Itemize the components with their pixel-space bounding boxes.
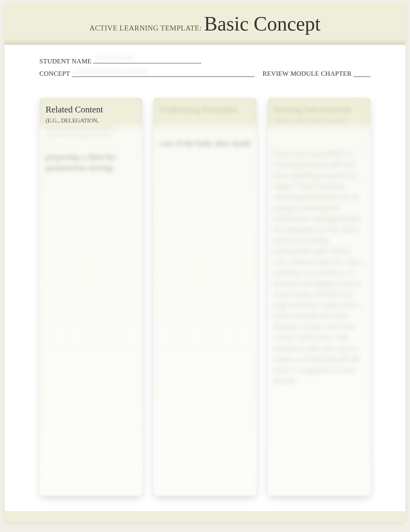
underlying-principles-card: Underlying Principles care of the body a… [153,98,256,496]
student-row: STUDENT NAME Tricia Smith [39,56,371,65]
concept-line: postmortem then mortis [72,70,255,77]
related-subtitle-3: ADVANCE DIRECTIVES) [46,132,136,140]
columns: Related Content (E.G., DELEGATION, LEVEL… [5,86,405,511]
nursing-body: Nurses are responsible for following fed… [274,148,364,386]
student-value: Tricia Smith [95,53,134,62]
concept-chapter-row: CONCEPT postmortem then mortis REVIEW MO… [39,70,371,78]
bottom-fade [20,511,390,519]
template-line: ACTIVE LEARNING TEMPLATE: Basic Concept [39,12,371,35]
nursing-title: Nursing Interventions [274,105,364,115]
concept-label: CONCEPT [39,70,70,78]
chapter-label: REVIEW MODULE CHAPTER [263,70,352,78]
header-band: ACTIVE LEARNING TEMPLATE: Basic Concept [5,5,405,45]
nursing-subtitle: WHO? WHEN? WHY? HOW? [274,117,364,125]
nursing-interventions-card: Nursing Interventions WHO? WHEN? WHY? HO… [268,98,371,496]
concept-value: postmortem then mortis [74,67,148,76]
concept-group: CONCEPT postmortem then mortis [39,70,255,78]
related-subtitle-1: (E.G., DELEGATION, [46,117,136,125]
chapter-line [353,70,371,77]
related-body: preparing a client for postmortem viewin… [46,151,136,173]
student-label: STUDENT NAME [39,58,91,65]
principles-title: Underlying Principles [159,105,250,115]
related-title: Related Content [46,105,136,115]
page-container: ACTIVE LEARNING TEMPLATE: Basic Concept … [5,5,405,522]
student-line: Tricia Smith [93,56,201,63]
template-prefix: ACTIVE LEARNING TEMPLATE: [90,24,202,32]
principles-body: care of the body after death [159,138,250,149]
related-subtitle-2: LEVELS OF PREVENTION, [46,125,136,133]
chapter-group: REVIEW MODULE CHAPTER [263,70,371,78]
info-section: STUDENT NAME Tricia Smith CONCEPT postmo… [5,45,405,86]
template-title: Basic Concept [204,12,320,35]
related-content-card: Related Content (E.G., DELEGATION, LEVEL… [39,98,142,496]
